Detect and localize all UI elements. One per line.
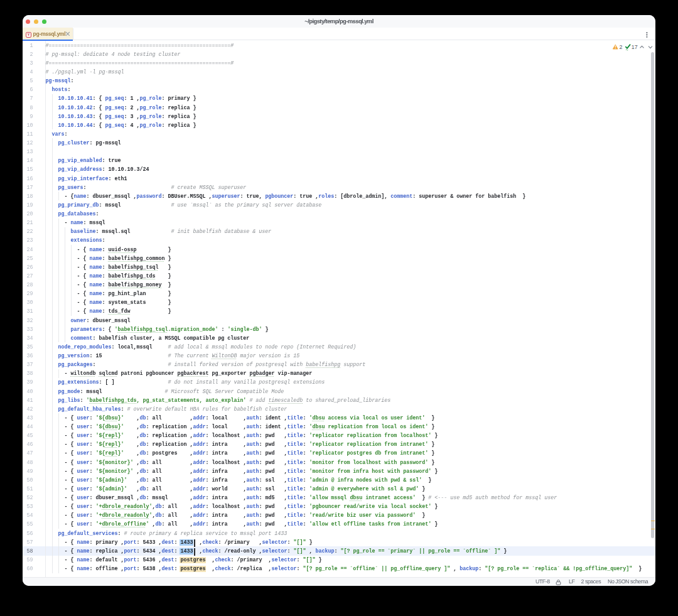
svg-text:17: 17 (632, 43, 638, 50)
svg-text:2: 2 (620, 43, 623, 50)
